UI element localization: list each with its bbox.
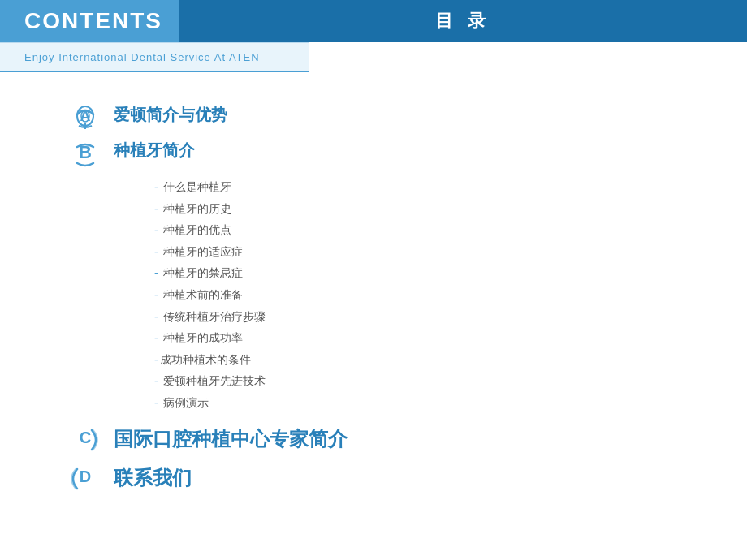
chinese-title: 目 录 (435, 9, 490, 33)
section-d-title[interactable]: 联系我们 (114, 464, 192, 492)
sub-item-text-8: 种植牙的成功率 (163, 327, 243, 349)
sub-item-text-3: 种植牙的优点 (163, 219, 231, 241)
sub-item-text-10: 爱顿种植牙先进技术 (163, 370, 266, 392)
section-a-row: A 爱顿简介与优势 (65, 103, 698, 134)
icon-c-cell: C (65, 424, 106, 454)
bullet-3: - (154, 219, 158, 241)
main-content: A 爱顿简介与优势 B 种植牙简介 - 什么是种植牙 - 种植牙的历史 - (0, 72, 747, 515)
sub-items-list: - 什么是种植牙 - 种植牙的历史 - 种植牙的优点 - 种植牙的适应症 - 种… (154, 176, 698, 414)
sub-item-text-5: 种植牙的禁忌症 (163, 262, 243, 284)
bullet-1: - (154, 176, 158, 198)
section-c-title[interactable]: 国际口腔种植中心专家简介 (114, 425, 348, 453)
sub-item-text-7: 传统种植牙治疗步骤 (163, 306, 266, 328)
icon-d-cell: D (65, 463, 106, 493)
sub-item-text-1: 什么是种植牙 (163, 176, 231, 198)
sub-item-7[interactable]: - 传统种植牙治疗步骤 (154, 306, 698, 328)
icon-c: C (71, 425, 100, 454)
sub-item-1[interactable]: - 什么是种植牙 (154, 176, 698, 198)
sub-item-text-11: 病例演示 (163, 392, 209, 414)
bullet-7: - (154, 306, 158, 328)
sub-item-8[interactable]: - 种植牙的成功率 (154, 327, 698, 349)
subtitle-text: Enjoy International Dental Service At AT… (24, 51, 260, 63)
sub-item-11[interactable]: - 病例演示 (154, 392, 698, 414)
header: CONTENTS 目 录 (0, 0, 747, 42)
bullet-6: - (154, 284, 158, 306)
icon-b-cell: B (65, 139, 106, 170)
sub-item-text-2: 种植牙的历史 (163, 198, 231, 220)
icon-a-cell: A (65, 103, 106, 134)
bullet-10: - (154, 370, 158, 392)
sub-item-9[interactable]: - 成功种植术的条件 (154, 349, 698, 371)
section-d-row: D 联系我们 (65, 463, 698, 493)
bullet-8: - (154, 327, 158, 349)
bullet-11: - (154, 392, 158, 414)
bullet-2: - (154, 198, 158, 220)
section-a-title[interactable]: 爱顿简介与优势 (114, 103, 227, 126)
icon-d: D (71, 464, 100, 493)
header-contents-label: CONTENTS (0, 0, 179, 42)
header-chinese-label: 目 录 (179, 0, 747, 42)
icon-b: B (71, 140, 100, 170)
sub-item-4[interactable]: - 种植牙的适应症 (154, 241, 698, 263)
contents-title: CONTENTS (24, 8, 162, 34)
section-c-row: C 国际口腔种植中心专家简介 (65, 424, 698, 454)
section-b-row: B 种植牙简介 (65, 139, 698, 170)
sub-item-3[interactable]: - 种植牙的优点 (154, 219, 698, 241)
bullet-5: - (154, 262, 158, 284)
svg-text:D: D (80, 467, 91, 485)
bullet-4: - (154, 241, 158, 263)
section-b-title[interactable]: 种植牙简介 (114, 139, 195, 162)
icon-a: A (71, 105, 100, 134)
sub-item-2[interactable]: - 种植牙的历史 (154, 198, 698, 220)
sub-item-text-9: 成功种植术的条件 (160, 349, 251, 371)
bullet-9: - (154, 349, 158, 371)
sub-item-6[interactable]: - 种植术前的准备 (154, 284, 698, 306)
sub-item-text-4: 种植牙的适应症 (163, 241, 243, 263)
sub-item-5[interactable]: - 种植牙的禁忌症 (154, 262, 698, 284)
subtitle-bar: Enjoy International Dental Service At AT… (0, 42, 309, 72)
sub-item-10[interactable]: - 爱顿种植牙先进技术 (154, 370, 698, 392)
sub-item-text-6: 种植术前的准备 (163, 284, 243, 306)
svg-text:C: C (80, 429, 91, 446)
